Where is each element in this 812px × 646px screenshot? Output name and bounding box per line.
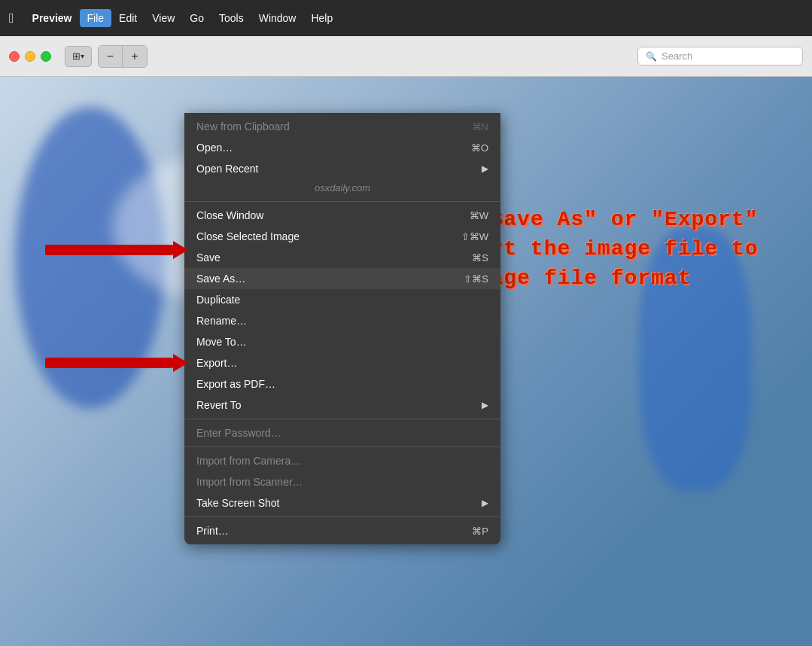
menu-item-label: Save As… bbox=[196, 273, 464, 285]
menu-item-save[interactable]: Save ⌘S bbox=[184, 247, 500, 268]
chevron-down-icon: ▾ bbox=[81, 52, 84, 60]
menu-item-import-camera[interactable]: Import from Camera… bbox=[184, 450, 500, 471]
menubar-item-window[interactable]: Window bbox=[251, 9, 304, 27]
menu-item-shortcut: ⇧⌘S bbox=[464, 273, 488, 285]
menu-item-revert-to[interactable]: Revert To ▶ bbox=[184, 395, 500, 416]
menu-item-label: Close Selected Image bbox=[196, 230, 461, 242]
menu-item-label: Duplicate bbox=[196, 294, 488, 306]
menu-item-close-selected-image[interactable]: Close Selected Image ⇧⌘W bbox=[184, 226, 500, 247]
toolbar: ⊞ ▾ − + 🔍 Search bbox=[0, 36, 812, 77]
close-button[interactable] bbox=[9, 51, 20, 62]
menu-item-label: Print… bbox=[196, 525, 472, 537]
search-placeholder: Search bbox=[661, 50, 692, 62]
menu-item-shortcut: ⌘W bbox=[470, 210, 488, 221]
menu-item-shortcut: ⌘P bbox=[472, 526, 488, 537]
arrow-export bbox=[45, 354, 188, 372]
menubar-item-tools[interactable]: Tools bbox=[211, 9, 251, 27]
menubar-item-go[interactable]: Go bbox=[182, 9, 211, 27]
menu-item-label: Open Recent bbox=[196, 163, 482, 175]
menu-item-shortcut: ⇧⌘W bbox=[461, 231, 488, 242]
menu-item-label: Open… bbox=[196, 142, 471, 154]
search-bar[interactable]: 🔍 Search bbox=[637, 47, 803, 66]
menu-item-import-scanner[interactable]: Import from Scanner… bbox=[184, 471, 500, 492]
menu-item-label: Export… bbox=[196, 357, 488, 369]
menu-item-shortcut: ⌘O bbox=[471, 142, 488, 154]
menu-watermark: osxdaily.com bbox=[184, 179, 500, 198]
menu-item-label: Enter Password… bbox=[196, 427, 488, 439]
menu-item-label: Import from Scanner… bbox=[196, 476, 488, 488]
menu-item-shortcut: ⌘S bbox=[472, 252, 488, 264]
menu-item-label: Close Window bbox=[196, 209, 470, 221]
apple-menu-icon[interactable]:  bbox=[9, 11, 14, 26]
menu-item-close-window[interactable]: Close Window ⌘W bbox=[184, 205, 500, 226]
menu-item-take-screenshot[interactable]: Take Screen Shot ▶ bbox=[184, 492, 500, 513]
menu-item-label: Import from Camera… bbox=[196, 455, 488, 467]
menu-separator bbox=[184, 446, 500, 447]
menu-item-save-as[interactable]: Save As… ⇧⌘S bbox=[184, 268, 500, 289]
zoom-in-button[interactable]: + bbox=[123, 46, 147, 67]
menu-item-new-from-clipboard[interactable]: New from Clipboard ⌘N bbox=[184, 116, 500, 137]
menu-item-rename[interactable]: Rename… bbox=[184, 310, 500, 331]
menu-item-open[interactable]: Open… ⌘O bbox=[184, 137, 500, 158]
menu-item-duplicate[interactable]: Duplicate bbox=[184, 289, 500, 310]
menu-item-label: Rename… bbox=[196, 315, 488, 327]
menubar-item-file[interactable]: File bbox=[80, 9, 112, 27]
menu-item-label: New from Clipboard bbox=[196, 120, 472, 133]
menu-separator bbox=[184, 516, 500, 517]
arrow-save-as bbox=[45, 241, 188, 259]
menu-item-enter-password[interactable]: Enter Password… bbox=[184, 422, 500, 443]
submenu-arrow-icon: ▶ bbox=[482, 498, 488, 508]
menu-item-open-recent[interactable]: Open Recent ▶ bbox=[184, 158, 500, 179]
sidebar-icon: ⊞ bbox=[72, 50, 81, 62]
menu-item-label: Move To… bbox=[196, 336, 488, 348]
menubar:  Preview File Edit View Go Tools Window… bbox=[0, 0, 812, 36]
submenu-arrow-icon: ▶ bbox=[482, 163, 488, 174]
menubar-item-help[interactable]: Help bbox=[303, 9, 340, 27]
menu-item-export-pdf[interactable]: Export as PDF… bbox=[184, 373, 500, 395]
menu-item-export[interactable]: Export… bbox=[184, 352, 500, 373]
search-icon: 🔍 bbox=[646, 51, 657, 62]
menu-item-move-to[interactable]: Move To… bbox=[184, 331, 500, 352]
menubar-item-edit[interactable]: Edit bbox=[111, 9, 144, 27]
traffic-lights bbox=[9, 51, 51, 62]
maximize-button[interactable] bbox=[41, 51, 51, 62]
menu-separator bbox=[184, 419, 500, 419]
sidebar-toggle-button[interactable]: ⊞ ▾ bbox=[65, 46, 92, 67]
minimize-button[interactable] bbox=[25, 51, 35, 62]
main-content: Choose "Save As" or "Export" to convert … bbox=[0, 77, 812, 646]
menu-item-shortcut: ⌘N bbox=[472, 121, 488, 133]
menu-item-label: Save bbox=[196, 251, 472, 264]
zoom-controls: − + bbox=[98, 45, 147, 68]
file-menu-dropdown: New from Clipboard ⌘N Open… ⌘O Open Rece… bbox=[184, 113, 500, 544]
menubar-item-preview[interactable]: Preview bbox=[25, 9, 80, 27]
menu-item-label: Revert To bbox=[196, 399, 482, 411]
menu-separator bbox=[184, 201, 500, 202]
submenu-arrow-icon: ▶ bbox=[482, 400, 488, 410]
menubar-item-view[interactable]: View bbox=[144, 9, 182, 27]
menu-item-label: Export as PDF… bbox=[196, 378, 488, 390]
menu-item-print[interactable]: Print… ⌘P bbox=[184, 520, 500, 541]
zoom-out-button[interactable]: − bbox=[99, 46, 123, 67]
menu-item-label: Take Screen Shot bbox=[196, 497, 482, 509]
